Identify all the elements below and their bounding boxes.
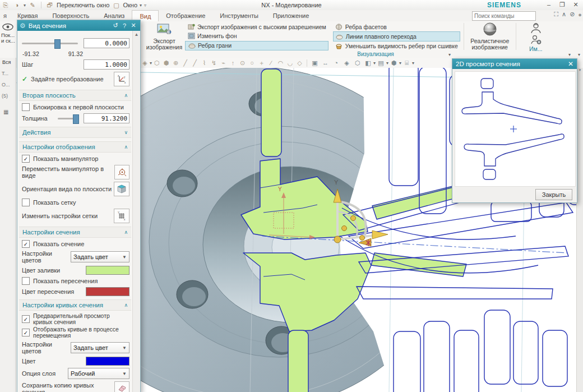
part-navigator-strip[interactable]: Вся Т... О... (5) ▦ (0, 58, 16, 392)
group-dialog-launcher-icon[interactable]: ▾ (568, 52, 571, 57)
snap-toolbar-icon[interactable]: ↑ (228, 59, 238, 66)
edit-grid-button[interactable]: Yx (114, 209, 129, 223)
minimize-ribbon-icon[interactable]: ∧ (562, 11, 566, 18)
navigator-item[interactable]: Т... (0, 65, 16, 76)
stitch-edges-button[interactable]: Уменьшить видимость ребер при сшивке (333, 42, 460, 50)
snap-toolbar-icon[interactable]: ＋ (257, 59, 266, 67)
navigator-item[interactable]: О... (0, 76, 16, 87)
show-intersections-checkbox[interactable] (22, 277, 30, 285)
section-view-dialog[interactable]: ⚙ Вид сечения ↺ ? ✕ ▲ 0.0000 -91.32 91.3… (17, 20, 141, 392)
snap-toolbar-icon[interactable]: ◇ (295, 59, 304, 67)
view-toolbar-icon[interactable]: ⬡ (352, 59, 363, 67)
curve-color-swatch[interactable] (86, 357, 129, 366)
intersection-color-swatch[interactable] (86, 287, 129, 296)
chevron-down-icon[interactable]: ▾ (140, 3, 142, 8)
window-icon[interactable]: ▢ (112, 1, 121, 9)
thickness-value-field[interactable]: 91.3200 (84, 113, 129, 123)
snap-toolbar-icon[interactable]: ⬡ (152, 59, 161, 67)
manipulator-handle[interactable] (342, 226, 347, 231)
smooth-edges-button[interactable]: Линии плавного перехода (333, 31, 460, 41)
dialog-scrollbar[interactable]: ▲ (132, 31, 140, 392)
qat-customize-icon[interactable]: ▿ (144, 3, 146, 8)
orient-view-button[interactable] (114, 182, 129, 196)
snap-toolbar-icon[interactable]: ⊕ (171, 59, 181, 67)
thickness-slider[interactable] (58, 118, 79, 119)
curves-color-settings-select[interactable]: Задать цвет▼ (71, 342, 129, 353)
roles-icon[interactable]: ◑ (12, 1, 21, 9)
manipulator-handle[interactable] (360, 236, 365, 241)
preview-curves-checkbox[interactable] (22, 315, 30, 323)
edit-background-button[interactable]: Изменить фон (185, 31, 328, 40)
close-2d-preview-button[interactable]: Закрыть (535, 189, 572, 200)
dialog-title-bar[interactable]: ⚙ Вид сечения ↺ ? ✕ (17, 20, 140, 31)
command-search[interactable] (472, 11, 536, 21)
snap-toolbar-icon[interactable]: ⌇ (200, 59, 209, 67)
help-icon[interactable]: ? (120, 22, 129, 29)
snap-toolbar-icon[interactable]: ↯ (209, 59, 219, 67)
export-hires-button[interactable]: Экспорт изображения с высоким разрешение… (185, 22, 328, 31)
facet-edges-button[interactable]: Ребра фасетов (333, 22, 460, 31)
lock-to-first-plane-checkbox[interactable] (22, 103, 30, 111)
step-value-field[interactable]: 1.0000 (84, 59, 129, 70)
fullscreen-icon[interactable]: ⛶ (554, 11, 558, 18)
section-header-section-settings[interactable]: Настройки сечения∧ (19, 227, 131, 238)
view-toolbar-icon[interactable]: ⌸ (401, 59, 412, 67)
minimize-button[interactable]: – (543, 0, 555, 9)
manipulator-handle[interactable] (351, 216, 356, 221)
show-grid-checkbox[interactable] (22, 199, 30, 206)
close-button[interactable]: ✕ (570, 0, 582, 9)
view-toolbar-icon[interactable]: ◈ (341, 59, 352, 67)
switch-window-button[interactable]: Переключить окно (57, 2, 109, 8)
2d-preview-panel[interactable]: 2D просмотр сечения ✕ Закрыть (452, 58, 577, 203)
restore-button[interactable]: ❐ (556, 0, 568, 9)
view-toolbar-icon[interactable]: ◧ (363, 59, 373, 67)
chevron-down-icon[interactable]: ▾ (412, 61, 414, 66)
selection-filter[interactable]: Вся (0, 58, 16, 65)
snap-toolbar-icon[interactable]: ∕ (266, 59, 276, 66)
snap-toolbar-icon[interactable]: ⌁ (219, 59, 228, 67)
clipboard-icon[interactable]: ⎘ (1, 1, 10, 9)
reset-icon[interactable]: ↺ (111, 22, 120, 29)
tab-display[interactable]: Отображение (159, 10, 212, 21)
snap-toolbar-icon[interactable]: ╱ (190, 59, 200, 67)
person-settings-icon[interactable] (530, 35, 542, 45)
view-toolbar-icon[interactable]: ▤ (376, 59, 386, 67)
snap-toolbar-icon[interactable]: ○ (247, 59, 257, 66)
touch-mode-icon[interactable]: ✎ (28, 1, 37, 9)
tab-tools[interactable]: Инструменты (212, 10, 266, 21)
snap-toolbar-icon[interactable]: ◡ (285, 59, 295, 67)
section-header-curves[interactable]: Настройки кривых сечения∧ (19, 299, 131, 311)
realistic-image-button[interactable]: Реалистичное изображение (465, 21, 515, 52)
window-menu-button[interactable]: Окно (123, 2, 137, 8)
2d-panel-title-bar[interactable]: 2D просмотр сечения ✕ (452, 59, 577, 69)
move-manipulator-button[interactable] (114, 165, 129, 179)
export-image-button[interactable]: Экспорт изображения (146, 21, 183, 52)
manipulator-origin-handle[interactable] (334, 236, 341, 243)
section-header-actions[interactable]: Действия∨ (19, 127, 131, 138)
show-section-checkbox[interactable] (22, 240, 30, 248)
save-curves-copy-button[interactable] (114, 381, 129, 392)
switch-window-icon[interactable]: 🗗 (45, 1, 54, 9)
show-manipulator-checkbox[interactable] (22, 155, 30, 163)
snap-point-menu-icon[interactable]: ◈ (140, 59, 150, 67)
show-curves-while-moving-checkbox[interactable] (22, 329, 30, 336)
tab-application[interactable]: Приложение (266, 10, 317, 21)
section-header-second-plane[interactable]: Вторая плоскость∧ (19, 90, 131, 101)
section-header-display[interactable]: Настройки отображения∧ (19, 141, 131, 153)
show-hide-button[interactable]: Пок... и ск... (0, 21, 18, 52)
close-icon[interactable]: ✕ (129, 22, 138, 29)
view-toolbar-icon[interactable]: ◔ (331, 59, 341, 66)
layer-option-select[interactable]: Рабочий▼ (68, 368, 129, 379)
group-dialog-launcher-icon[interactable]: ▾ (578, 52, 580, 57)
view-toolbar-icon[interactable]: ⬢ (388, 59, 399, 67)
offset-slider[interactable] (22, 43, 78, 44)
help-icon[interactable]: ⊘ (570, 11, 575, 18)
snap-toolbar-icon[interactable]: ⬢ (161, 59, 171, 67)
search-input[interactable] (473, 13, 550, 19)
2d-section-canvas[interactable] (455, 71, 576, 187)
face-edges-button[interactable]: Ребра грани (185, 41, 328, 50)
snap-toolbar-icon[interactable]: ⊙ (238, 59, 247, 67)
section-color-settings-select[interactable]: Задать цвет▼ (71, 251, 129, 262)
person-icon[interactable] (530, 22, 542, 34)
view-toolbar-icon[interactable]: ▣ (309, 59, 320, 67)
